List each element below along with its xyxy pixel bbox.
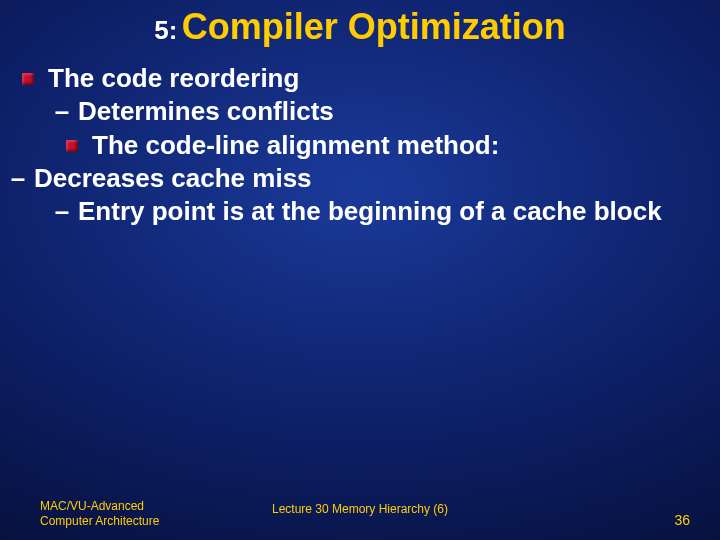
dash-icon: –: [52, 95, 72, 128]
bullet-text: The code-line alignment method:: [92, 129, 712, 162]
bullet-row: The code-line alignment method:: [8, 129, 712, 162]
square-bullet-icon: [66, 140, 78, 152]
bullet-text: Determines conflicts: [78, 95, 712, 128]
bullet-text: Entry point is at the beginning of a cac…: [78, 195, 712, 228]
footer-left-line1: MAC/VU-Advanced: [40, 499, 159, 513]
footer-left-line2: Computer Architecture: [40, 514, 159, 528]
slide: 5: Compiler Optimization The code reorde…: [0, 0, 720, 540]
footer-left: MAC/VU-Advanced Computer Architecture: [40, 499, 159, 528]
title-prefix: 5:: [154, 15, 177, 45]
dash-icon: –: [52, 195, 72, 228]
title-main: Compiler Optimization: [182, 6, 566, 47]
sub-bullet-row: – Determines conflicts: [8, 95, 712, 128]
page-number: 36: [674, 512, 690, 528]
slide-footer: MAC/VU-Advanced Computer Architecture Le…: [0, 499, 720, 528]
bullet-text: The code reordering: [48, 62, 712, 95]
slide-content: The code reordering – Determines conflic…: [0, 62, 720, 228]
sub-bullet-row: – Entry point is at the beginning of a c…: [8, 195, 712, 228]
bullet-text: Decreases cache miss: [34, 162, 712, 195]
footer-center: Lecture 30 Memory Hierarchy (6): [272, 502, 448, 516]
bullet-row: The code reordering: [8, 62, 712, 95]
sub-bullet-row: – Decreases cache miss: [8, 162, 712, 195]
square-bullet-icon: [22, 73, 34, 85]
slide-title: 5: Compiler Optimization: [0, 6, 720, 48]
dash-icon: –: [8, 162, 28, 195]
